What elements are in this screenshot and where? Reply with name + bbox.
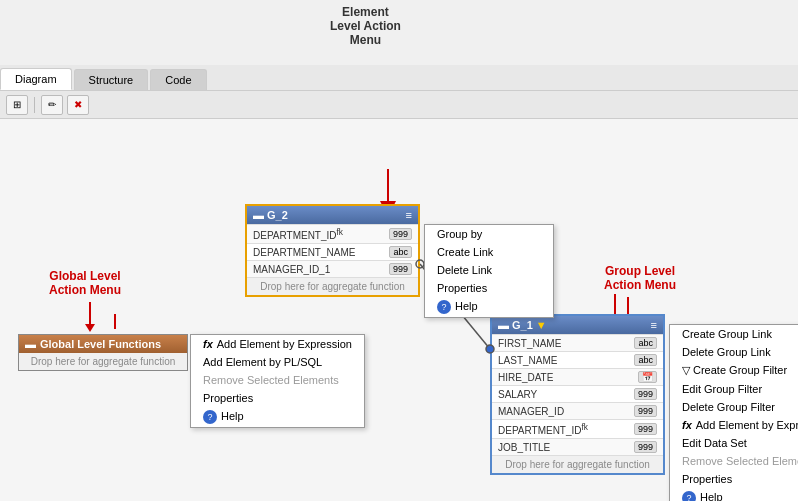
group-menu-delete-link[interactable]: Delete Group Link: [670, 343, 798, 361]
svg-marker-4: [85, 324, 95, 332]
element-context-menu: Group by Create Link Delete Link Propert…: [424, 224, 554, 318]
g1-field-3: HIRE_DATE 📅: [492, 368, 663, 385]
fx-icon: fx: [203, 338, 213, 350]
g2-field-3: MANAGER_ID_1 999: [247, 260, 418, 277]
global-help-icon: ?: [203, 410, 217, 424]
global-menu-help[interactable]: ?Help: [191, 407, 364, 427]
global-annotation: Global LevelAction Menu: [30, 269, 140, 297]
global-icon: ▬: [25, 338, 36, 350]
g2-drop-area: Drop here for aggregate function: [247, 277, 418, 295]
group-menu-create-filter[interactable]: ▽Create Group Filter: [670, 361, 798, 380]
tab-structure[interactable]: Structure: [74, 69, 149, 90]
toolbar: ⊞ ✏ ✖: [0, 91, 798, 119]
group-menu-help[interactable]: ?Help: [670, 488, 798, 501]
global-menu-properties[interactable]: Properties: [191, 389, 364, 407]
group-menu-create-link[interactable]: Create Group Link: [670, 325, 798, 343]
fx-icon2: fx: [682, 419, 692, 431]
table-g2: ▬ G_2 ≡ DEPARTMENT_IDfk 999 DEPARTMENT_N…: [245, 204, 420, 297]
group-context-menu: Create Group Link Delete Group Link ▽Cre…: [669, 324, 798, 501]
table-g1: ▬ G_1 ▼ ≡ FIRST_NAME abc LAST_NAME abc H…: [490, 314, 665, 475]
filter-menu-icon: ▽: [682, 364, 690, 376]
global-menu-add-plsql[interactable]: Add Element by PL/SQL: [191, 353, 364, 371]
filter-icon: ▼: [536, 319, 547, 331]
menu-group-by[interactable]: Group by: [425, 225, 553, 243]
tab-bar: Diagram Structure Code: [0, 65, 798, 91]
g1-field-6: DEPARTMENT_IDfk 999: [492, 419, 663, 438]
g1-field-7: JOB_TITLE 999: [492, 438, 663, 455]
global-menu-add-expr[interactable]: fxAdd Element by Expression: [191, 335, 364, 353]
group-menu-remove[interactable]: Remove Selected Elements: [670, 452, 798, 470]
toolbar-pencil-btn[interactable]: ✏: [41, 95, 63, 115]
top-annotation: ElementLevel ActionMenu: [330, 5, 401, 47]
group-help-icon: ?: [682, 491, 696, 501]
group-menu-edit-filter[interactable]: Edit Group Filter: [670, 380, 798, 398]
tab-code[interactable]: Code: [150, 69, 206, 90]
global-drop-area: Drop here for aggregate function: [19, 353, 187, 370]
g2-title: G_2: [267, 209, 288, 221]
g2-field-1: DEPARTMENT_IDfk 999: [247, 224, 418, 243]
help-icon: ?: [437, 300, 451, 314]
g1-title: G_1: [512, 319, 533, 331]
g1-icon: ▬: [498, 319, 509, 331]
toolbar-separator: [34, 97, 35, 113]
global-box-header: ▬ Global Level Functions: [19, 335, 187, 353]
canvas: Global LevelAction Menu Group LevelActio…: [0, 119, 798, 501]
menu-properties[interactable]: Properties: [425, 279, 553, 297]
group-menu-edit-dataset[interactable]: Edit Data Set: [670, 434, 798, 452]
g1-field-5: MANAGER_ID 999: [492, 402, 663, 419]
g2-field-2: DEPARTMENT_NAME abc: [247, 243, 418, 260]
g1-field-1: FIRST_NAME abc: [492, 334, 663, 351]
menu-delete-link[interactable]: Delete Link: [425, 261, 553, 279]
g2-icon: ▬: [253, 209, 264, 221]
global-title: Global Level Functions: [40, 338, 161, 350]
tab-diagram[interactable]: Diagram: [0, 68, 72, 90]
toolbar-delete-btn[interactable]: ✖: [67, 95, 89, 115]
group-menu-add-expr[interactable]: fxAdd Element by Expression: [670, 416, 798, 434]
global-menu-remove[interactable]: Remove Selected Elements: [191, 371, 364, 389]
menu-help[interactable]: ?Help: [425, 297, 553, 317]
table-g2-header: ▬ G_2 ≡: [247, 206, 418, 224]
global-level-box: ▬ Global Level Functions Drop here for a…: [18, 334, 188, 371]
group-annotation: Group LevelAction Menu: [580, 264, 700, 292]
toolbar-grid-btn[interactable]: ⊞: [6, 95, 28, 115]
g1-drop-area: Drop here for aggregate function: [492, 455, 663, 473]
table-g1-header: ▬ G_1 ▼ ≡: [492, 316, 663, 334]
group-menu-delete-filter[interactable]: Delete Group Filter: [670, 398, 798, 416]
g2-menu-icon[interactable]: ≡: [406, 209, 412, 221]
g1-field-2: LAST_NAME abc: [492, 351, 663, 368]
global-context-menu: fxAdd Element by Expression Add Element …: [190, 334, 365, 428]
group-menu-properties[interactable]: Properties: [670, 470, 798, 488]
g1-field-4: SALARY 999: [492, 385, 663, 402]
menu-create-link[interactable]: Create Link: [425, 243, 553, 261]
g1-menu-icon[interactable]: ≡: [651, 319, 657, 331]
